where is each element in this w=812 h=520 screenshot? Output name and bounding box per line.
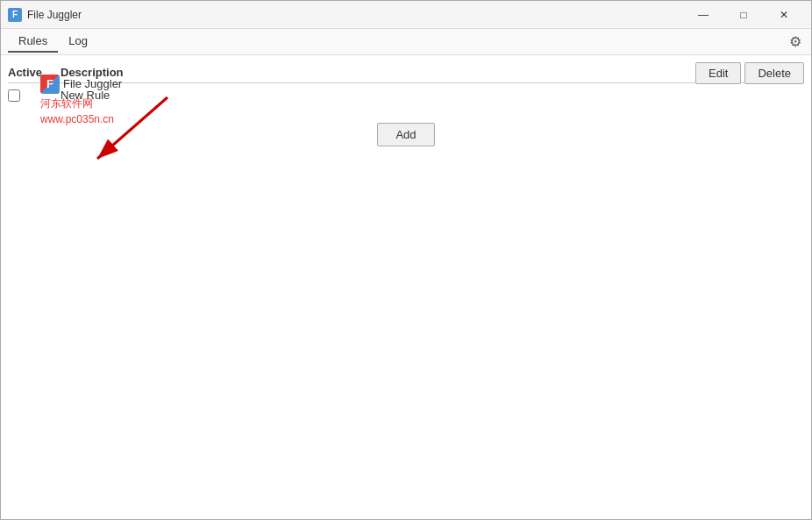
column-description-header: Description (61, 66, 804, 79)
settings-icon[interactable]: ⚙ (787, 33, 804, 51)
menu-bar: Rules Log ⚙ (1, 29, 811, 55)
app-icon: F (8, 8, 22, 22)
menu-tabs: Rules Log (8, 31, 98, 53)
edit-button[interactable]: Edit (695, 62, 741, 84)
delete-button[interactable]: Delete (744, 62, 804, 84)
close-button[interactable]: ✕ (764, 1, 804, 29)
row-active-cell (8, 89, 61, 102)
minimize-button[interactable]: — (683, 1, 723, 29)
content-area: Edit Delete Active Description New Rule … (1, 55, 811, 519)
row-description-cell: New Rule (61, 89, 804, 102)
add-button[interactable]: Add (377, 123, 434, 146)
active-checkbox[interactable] (8, 89, 20, 102)
tab-log[interactable]: Log (58, 31, 98, 53)
table-row: New Rule (8, 85, 804, 105)
add-button-container: Add (8, 123, 804, 146)
title-bar-controls: — □ ✕ (683, 1, 804, 29)
title-bar: F File Juggler — □ ✕ (1, 1, 811, 29)
window-title: File Juggler (27, 9, 82, 21)
tab-rules[interactable]: Rules (8, 31, 58, 53)
title-bar-left: F File Juggler (8, 8, 82, 22)
table-header: Active Description (8, 62, 804, 83)
maximize-button[interactable]: □ (723, 1, 764, 29)
action-buttons: Edit Delete (695, 62, 804, 84)
column-active-header: Active (8, 66, 61, 79)
app-window: F File Juggler — □ ✕ Rules Log ⚙ Edit De… (0, 0, 812, 520)
